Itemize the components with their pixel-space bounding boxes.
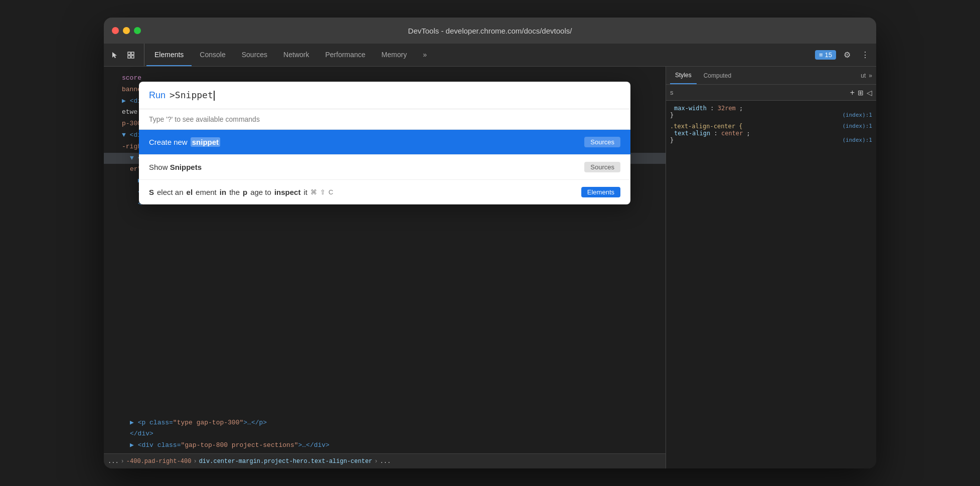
breadcrumb-item[interactable]: div.center-margin.project-hero.text-alig…	[199, 458, 373, 465]
filter-hint: s	[670, 89, 674, 96]
command-category-sources-1: Sources	[584, 137, 620, 147]
svg-rect-1	[131, 52, 134, 55]
minimize-button[interactable]	[123, 27, 130, 34]
css-brace-close: } (index):1	[670, 137, 872, 144]
styles-panel-toolbar: s + ⊞ ◁	[666, 85, 876, 101]
command-item-select-element[interactable]: Select an element in the page to inspect…	[139, 180, 630, 204]
element-line: ▶ <div class="gap-top-800 project-sectio…	[104, 440, 666, 451]
command-category-elements: Elements	[581, 187, 620, 197]
breadcrumb-more: ...	[380, 458, 391, 465]
computed-icon[interactable]: ⊞	[858, 89, 864, 97]
cursor-icon[interactable]	[108, 48, 122, 62]
tab-performance[interactable]: Performance	[317, 44, 373, 66]
element-line: ▶ <p class="type gap-top-300">…</p>	[104, 417, 666, 429]
css-rules: max-width : 32rem ; } (index):1 .text-al…	[666, 101, 876, 468]
tab-sources[interactable]: Sources	[234, 44, 275, 66]
tab-bar: Elements Console Sources Network Perform…	[104, 44, 876, 67]
toggle-icon[interactable]: ◁	[867, 89, 872, 97]
css-brace-close: } (index):1	[670, 112, 872, 119]
breadcrumb: ... › -400.pad-right-400 › div.center-ma…	[104, 453, 666, 468]
css-declaration: max-width : 32rem ;	[670, 105, 872, 112]
element-line: </div>	[104, 428, 666, 440]
devtools-window: DevTools - developer.chrome.com/docs/dev…	[104, 18, 876, 468]
tab-styles[interactable]: Styles	[670, 67, 697, 84]
css-declaration: text-align : center ;	[670, 130, 872, 137]
maximize-button[interactable]	[134, 27, 141, 34]
command-input-text: >Snippet	[170, 90, 215, 101]
window-title: DevTools - developer.chrome.com/docs/dev…	[408, 27, 572, 35]
tab-memory[interactable]: Memory	[374, 44, 415, 66]
css-rule-header: .text-align-center { (index):1	[670, 123, 872, 130]
inspect-icon[interactable]	[124, 48, 138, 62]
styles-toolbar-right: ut »	[861, 72, 872, 79]
tab-computed[interactable]: Computed	[699, 67, 736, 84]
tab-more[interactable]: »	[415, 44, 435, 66]
svg-rect-0	[128, 52, 130, 55]
run-label: Run	[149, 90, 166, 101]
tab-network[interactable]: Network	[275, 44, 317, 66]
drawer-badge[interactable]: ≡ 15	[815, 50, 836, 60]
styles-panel-tabs: Styles Computed ut »	[666, 67, 876, 85]
svg-rect-2	[128, 56, 130, 58]
main-content: score banner ▶ <div etwe p-300 ▼ <div	[104, 67, 876, 468]
tab-elements[interactable]: Elements	[146, 44, 192, 66]
tab-bar-right: ≡ 15 ⚙ ⋮	[815, 44, 872, 66]
command-item-text: Show Snippets	[149, 163, 202, 171]
styles-panel: Styles Computed ut » s + ⊞ ◁	[666, 67, 876, 468]
command-item-create-snippet[interactable]: Create new snippet Sources	[139, 130, 630, 155]
svg-rect-3	[131, 56, 134, 58]
close-button[interactable]	[112, 27, 119, 34]
toolbar-icons	[108, 44, 144, 66]
traffic-lights	[112, 27, 141, 34]
command-category-sources-2: Sources	[584, 162, 620, 172]
more-tabs-icon[interactable]: »	[869, 72, 872, 79]
css-rule: .text-align-center { (index):1 text-alig…	[670, 123, 872, 144]
more-options-icon[interactable]: ⋮	[858, 48, 872, 62]
title-bar: DevTools - developer.chrome.com/docs/dev…	[104, 18, 876, 44]
bottom-elements: ▶ <p class="type gap-top-300">…</p> </di…	[104, 415, 666, 453]
command-input-row: Run >Snippet	[139, 82, 630, 109]
command-palette[interactable]: Run >Snippet Type '?' to see available c…	[139, 82, 630, 204]
command-shortcut: ⌘ ⇧ C	[310, 188, 333, 196]
command-item-text: Select an element in the page to inspect…	[149, 188, 333, 196]
css-rule: max-width : 32rem ; } (index):1	[670, 105, 872, 119]
breadcrumb-item[interactable]: -400.pad-right-400	[126, 458, 192, 465]
output-label: ut	[861, 72, 866, 79]
command-hint: Type '?' to see available commands	[139, 109, 630, 130]
command-item-show-snippets[interactable]: Show Snippets Sources	[139, 155, 630, 180]
settings-icon[interactable]: ⚙	[840, 48, 854, 62]
breadcrumb-dots: ...	[108, 458, 119, 465]
command-input-value: >Snippet	[170, 90, 213, 100]
tab-console[interactable]: Console	[192, 44, 233, 66]
command-item-text: Create new snippet	[149, 137, 220, 147]
add-style-icon[interactable]: +	[850, 88, 855, 97]
text-cursor	[214, 91, 215, 101]
